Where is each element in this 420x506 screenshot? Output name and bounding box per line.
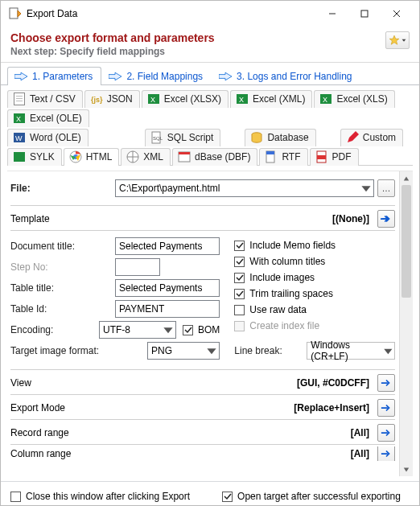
fmt-rtf[interactable]: RTF — [259, 148, 307, 166]
svg-rect-31 — [266, 151, 274, 154]
fmt-excel-xls[interactable]: XExcel (XLS) — [314, 90, 394, 108]
fmt-excel-ole[interactable]: XExcel (OLE) — [7, 109, 89, 127]
maximize-button[interactable] — [348, 2, 381, 25]
fmt-database[interactable]: Database — [245, 129, 315, 146]
template-expand-button[interactable] — [377, 210, 395, 228]
table-title-input[interactable] — [115, 279, 220, 297]
export-mode-expand-button[interactable] — [377, 399, 395, 417]
svg-text:{js}: {js} — [91, 96, 103, 104]
tab-parameters[interactable]: 1. Parameters — [7, 67, 101, 85]
fmt-dbase[interactable]: dBase (DBF) — [172, 148, 257, 166]
chk-use-raw[interactable]: Use raw data — [234, 302, 395, 318]
doc-title-label: Document title: — [10, 241, 115, 252]
minimize-button[interactable] — [316, 2, 348, 25]
svg-marker-7 — [14, 72, 27, 80]
linebreak-label: Line break: — [234, 345, 307, 356]
linebreak-combo[interactable]: Windows (CR+LF) — [307, 342, 395, 360]
chk-open-after-export[interactable]: Open target after successful exporting — [222, 488, 401, 504]
fmt-word-ole[interactable]: WWord (OLE) — [7, 129, 89, 146]
chk-include-memo[interactable]: Include Memo fields — [234, 237, 395, 253]
svg-text:X: X — [239, 96, 244, 104]
title-bar: Export Data — [1, 1, 419, 27]
sheet-icon — [13, 150, 26, 163]
chk-col-titles[interactable]: With column titles — [234, 253, 395, 269]
view-expand-button[interactable] — [377, 374, 395, 392]
footer-options: Close this window after clicking Export … — [1, 482, 419, 506]
file-browse-button[interactable]: … — [377, 179, 395, 197]
chk-close-after-export[interactable]: Close this window after clicking Export — [10, 488, 190, 504]
svg-text:X: X — [16, 115, 21, 123]
close-button[interactable] — [381, 2, 413, 25]
excel-icon: X — [236, 93, 249, 105]
star-icon — [389, 35, 400, 46]
pdf-icon — [315, 150, 328, 163]
window-title: Export Data — [27, 8, 77, 19]
target-img-label: Target image format: — [10, 345, 147, 356]
step-no-input[interactable] — [115, 258, 160, 276]
template-label: Template — [10, 213, 115, 224]
tab-label: 1. Parameters — [32, 71, 93, 82]
svg-rect-2 — [361, 10, 368, 17]
page-subtitle: Next step: Specify field mappings — [10, 46, 385, 57]
column-range-value: [All] — [115, 448, 374, 459]
pencil-icon — [346, 131, 359, 144]
fmt-excel-xml[interactable]: XExcel (XML) — [230, 90, 312, 108]
export-mode-value: [Replace+Insert] — [115, 402, 374, 413]
table-title-label: Table title: — [10, 282, 115, 294]
svg-text:X: X — [323, 96, 327, 104]
fmt-sylk[interactable]: SYLK — [7, 148, 62, 166]
svg-marker-38 — [404, 176, 409, 180]
chk-include-images[interactable]: Include images — [234, 269, 395, 286]
tab-logs-error[interactable]: 3. Logs and Error Handling — [212, 67, 360, 85]
bom-checkbox[interactable]: BOM — [183, 322, 220, 338]
template-value: [(None)] — [115, 213, 374, 224]
svg-text:SQL: SQL — [153, 136, 163, 141]
xml-icon — [126, 150, 139, 163]
doc-title-input[interactable] — [115, 237, 220, 255]
fmt-text-csv[interactable]: Text / CSV — [7, 90, 83, 108]
svg-marker-6 — [402, 39, 406, 42]
fmt-custom[interactable]: Custom — [340, 129, 403, 146]
encoding-combo[interactable]: UTF-8 — [99, 321, 176, 339]
fmt-html[interactable]: HTML — [64, 148, 120, 166]
tab-field-mappings[interactable]: 2. Field Mappings — [101, 67, 212, 85]
scroll-track[interactable] — [400, 185, 413, 463]
column-range-expand-button[interactable] — [377, 446, 395, 461]
app-icon — [9, 7, 22, 20]
scroll-thumb[interactable] — [401, 185, 411, 298]
view-value: [GUI, #C0DCFF] — [115, 377, 374, 389]
text-icon — [13, 93, 26, 105]
fmt-sql-script[interactable]: SQLSQL Script — [145, 129, 221, 146]
record-range-value: [All] — [115, 427, 374, 438]
target-img-combo[interactable]: PNG — [147, 342, 220, 360]
fmt-pdf[interactable]: PDF — [310, 148, 359, 166]
fmt-xml[interactable]: XML — [121, 148, 171, 166]
chevron-down-icon — [360, 183, 372, 194]
excel-icon: X — [147, 93, 160, 105]
fmt-json[interactable]: {js}JSON — [84, 90, 140, 108]
scroll-up-button[interactable] — [400, 171, 413, 185]
format-tabs: Text / CSV {js}JSON XExcel (XLSX) XExcel… — [1, 85, 419, 166]
svg-marker-9 — [219, 72, 232, 80]
table-id-input[interactable] — [115, 300, 220, 318]
chevron-down-icon — [163, 324, 174, 335]
svg-rect-29 — [179, 152, 190, 154]
favorites-button[interactable] — [385, 31, 410, 49]
excel-icon: X — [13, 112, 26, 125]
file-combo[interactable]: C:\Export\payment.html — [115, 179, 374, 197]
chk-trim-spaces[interactable]: Trim trailing spaces — [234, 286, 395, 302]
view-label: View — [10, 377, 115, 389]
svg-marker-35 — [163, 327, 172, 333]
scroll-down-button[interactable] — [400, 463, 413, 476]
fmt-excel-xlsx[interactable]: XExcel (XLSX) — [142, 90, 229, 108]
table-id-label: Table Id: — [10, 303, 115, 315]
encoding-label: Encoding: — [10, 324, 99, 335]
svg-marker-39 — [404, 467, 409, 471]
record-range-expand-button[interactable] — [377, 424, 395, 442]
svg-text:W: W — [15, 134, 23, 142]
svg-marker-5 — [389, 35, 399, 44]
svg-marker-37 — [384, 348, 392, 353]
chrome-icon — [69, 150, 82, 163]
vertical-scrollbar[interactable] — [399, 171, 413, 476]
tab-label: 3. Logs and Error Handling — [237, 71, 352, 82]
